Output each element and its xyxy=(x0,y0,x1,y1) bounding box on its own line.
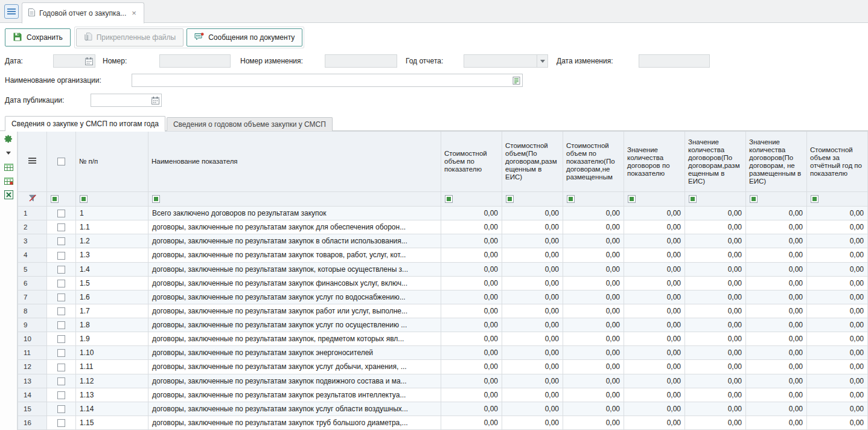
row-number-cell: 14 xyxy=(18,388,47,402)
row-select-cell[interactable] xyxy=(47,262,76,276)
row-select-cell[interactable] xyxy=(47,290,76,304)
close-tab-icon[interactable]: × xyxy=(130,9,138,17)
table-row[interactable]: 5 1.4 договоры, заключенные по результат… xyxy=(18,262,868,276)
filter-mode-icon[interactable] xyxy=(689,195,697,203)
filter-mode-icon[interactable] xyxy=(80,195,88,203)
row-checkbox[interactable] xyxy=(57,210,65,217)
value-cell: 0,00 xyxy=(746,332,807,346)
row-checkbox[interactable] xyxy=(57,349,65,357)
document-tab[interactable]: Годовой отчет о закупка... × xyxy=(22,2,144,24)
col-header-v7[interactable]: Стоимостной объем за отчётный год по пок… xyxy=(807,132,868,192)
date-calendar-icon[interactable] xyxy=(85,57,93,65)
col-header-name[interactable]: Наименование показателя xyxy=(148,132,441,192)
filter-mode-icon[interactable] xyxy=(445,195,453,203)
grid-print-icon[interactable] xyxy=(3,176,14,185)
row-select-cell[interactable] xyxy=(47,248,76,262)
table-row[interactable]: 4 1.3 договоры, заключенные по результат… xyxy=(18,248,868,262)
row-select-cell[interactable] xyxy=(47,416,76,429)
publish-date-calendar-icon[interactable] xyxy=(151,96,159,104)
save-button[interactable]: Сохранить xyxy=(5,28,71,47)
tab-smsp-annual-volume[interactable]: Сведения о годовом объеме закупки у СМСП xyxy=(167,117,333,131)
value-cell: 0,00 xyxy=(441,276,502,290)
row-select-cell[interactable] xyxy=(47,346,76,360)
filter-mode-icon[interactable] xyxy=(152,195,160,203)
table-row[interactable]: 6 1.5 договоры, заключенные по результат… xyxy=(18,276,868,290)
filter-mode-icon[interactable] xyxy=(51,195,59,203)
value-cell: 0,00 xyxy=(807,304,868,318)
col-header-v4[interactable]: Значение количества договоров по показат… xyxy=(624,132,685,192)
date-label: Дата: xyxy=(5,54,23,68)
excel-export-icon[interactable] xyxy=(3,190,14,199)
table-row[interactable]: 15 1.14 договоры, заключенные по результ… xyxy=(18,402,868,416)
row-select-cell[interactable] xyxy=(47,402,76,416)
col-header-v1[interactable]: Стоимостной объем по показателю xyxy=(441,132,502,192)
table-row[interactable]: 8 1.7 договоры, заключенные по результат… xyxy=(18,304,868,318)
table-row[interactable]: 1 1 Всего заключено договоров по результ… xyxy=(18,207,868,220)
row-select-cell[interactable] xyxy=(47,276,76,290)
select-all-header[interactable] xyxy=(47,132,76,192)
row-checkbox[interactable] xyxy=(57,419,65,427)
tab-smsp-year-results[interactable]: Сведения о закупке у СМСП по итогам года xyxy=(5,116,165,131)
select-all-checkbox[interactable] xyxy=(57,158,65,165)
filter-mode-icon[interactable] xyxy=(628,195,636,203)
grid-export-table-icon[interactable] xyxy=(3,162,14,172)
report-year-dropdown-icon[interactable] xyxy=(537,55,547,67)
row-checkbox[interactable] xyxy=(57,307,65,315)
app-menu-button[interactable] xyxy=(4,4,19,19)
filter-mode-icon[interactable] xyxy=(811,195,819,203)
table-row[interactable]: 11 1.10 договоры, заключенные по результ… xyxy=(18,346,868,360)
row-checkbox[interactable] xyxy=(57,252,65,260)
filter-mode-icon[interactable] xyxy=(506,195,514,203)
row-select-cell[interactable] xyxy=(47,207,76,220)
table-row[interactable]: 3 1.2 договоры, заключенные по результат… xyxy=(18,234,868,248)
row-checkbox[interactable] xyxy=(57,364,65,371)
row-select-cell[interactable] xyxy=(47,318,76,332)
report-year-select[interactable] xyxy=(464,55,547,67)
clear-filter-icon[interactable] xyxy=(28,196,37,204)
table-row[interactable]: 9 1.8 договоры, заключенные по результат… xyxy=(18,318,868,332)
grid-settings-gear-icon[interactable] xyxy=(3,134,14,144)
dictionary-lookup-icon[interactable] xyxy=(512,76,520,85)
row-checkbox[interactable] xyxy=(57,335,65,343)
row-checkbox[interactable] xyxy=(57,223,65,231)
row-select-cell[interactable] xyxy=(47,360,76,374)
value-cell: 0,00 xyxy=(685,346,746,360)
filter-mode-icon[interactable] xyxy=(750,195,758,203)
row-checkbox[interactable] xyxy=(57,405,65,413)
change-number-input[interactable] xyxy=(325,55,397,67)
row-select-cell[interactable] xyxy=(47,304,76,318)
organization-input[interactable] xyxy=(132,74,522,86)
table-row[interactable]: 16 1.15 договоры, заключенные по результ… xyxy=(18,416,868,429)
table-row[interactable]: 2 1.1 договоры, заключенные по результат… xyxy=(18,220,868,234)
row-checkbox[interactable] xyxy=(57,237,65,245)
filter-mode-icon[interactable] xyxy=(567,195,575,203)
row-select-cell[interactable] xyxy=(47,234,76,248)
table-row[interactable]: 10 1.9 договоры, заключенные по результа… xyxy=(18,332,868,346)
grid-settings-chevron-down-icon[interactable] xyxy=(3,148,14,158)
table-row[interactable]: 12 1.11 договоры, заключенные по результ… xyxy=(18,360,868,374)
row-checkbox[interactable] xyxy=(57,266,65,274)
number-input[interactable] xyxy=(160,55,230,67)
row-menu-header[interactable] xyxy=(18,132,47,192)
row-checkbox[interactable] xyxy=(57,391,65,399)
table-row[interactable]: 13 1.12 договоры, заключенные по результ… xyxy=(18,374,868,388)
table-row[interactable]: 14 1.13 договоры, заключенные по результ… xyxy=(18,388,868,402)
change-date-input[interactable] xyxy=(639,55,709,67)
document-messages-button[interactable]: Сообщения по документу xyxy=(187,28,302,47)
table-row[interactable]: 7 1.6 договоры, заключенные по результат… xyxy=(18,290,868,304)
row-select-cell[interactable] xyxy=(47,374,76,388)
clear-filter-cell[interactable] xyxy=(18,192,47,207)
col-header-v2[interactable]: Стоимостной объем(По договорам,размещенн… xyxy=(502,132,563,192)
row-select-cell[interactable] xyxy=(47,332,76,346)
col-header-v3[interactable]: Стоимостной объем по показателю(По догов… xyxy=(563,132,624,192)
row-checkbox[interactable] xyxy=(57,321,65,329)
row-select-cell[interactable] xyxy=(47,388,76,402)
row-checkbox[interactable] xyxy=(57,294,65,301)
row-checkbox[interactable] xyxy=(57,280,65,287)
row-select-cell[interactable] xyxy=(47,220,76,234)
row-checkbox[interactable] xyxy=(57,377,65,385)
col-header-npp[interactable]: № п/п xyxy=(76,132,148,192)
attachments-button[interactable]: Прикрепленные файлы xyxy=(76,28,184,47)
col-header-v5[interactable]: Значение количества договоров(По договор… xyxy=(685,132,746,192)
col-header-v6[interactable]: Значение количества договоров(По договор… xyxy=(746,132,807,192)
